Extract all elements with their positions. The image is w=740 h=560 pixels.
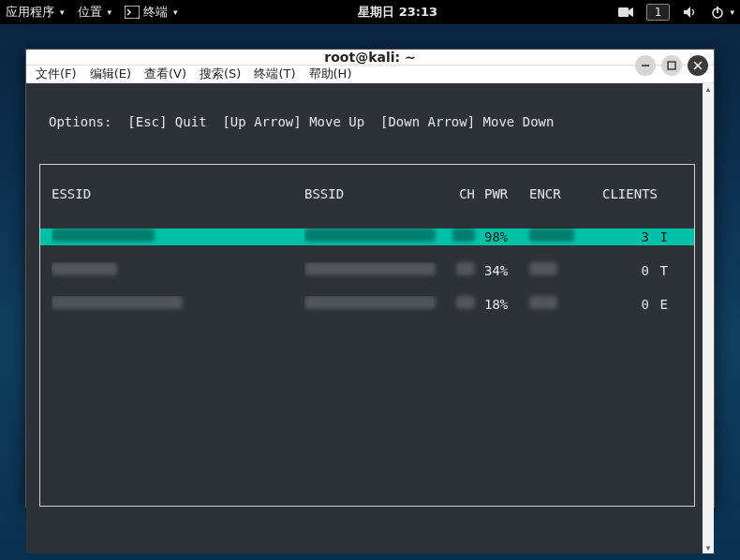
col-header-encr: ENCR [529, 185, 602, 202]
menu-help[interactable]: 帮助(H) [309, 66, 352, 82]
redacted-encr [529, 228, 574, 242]
redacted-bssid [304, 262, 436, 275]
panel-clock-text: 星期日 23:13 [358, 4, 437, 21]
cell-tail: T [655, 262, 668, 279]
window-title: root@kali: ~ [324, 50, 415, 65]
panel-terminal-launcher[interactable]: 终端 ▾ [125, 4, 178, 21]
redacted-ch [456, 262, 475, 275]
panel-applications-menu[interactable]: 应用程序 ▾ [6, 4, 65, 21]
svg-rect-0 [125, 6, 140, 19]
scroll-up-icon[interactable]: ▴ [703, 83, 714, 95]
redacted-encr [529, 296, 557, 309]
panel-places-label: 位置 [78, 4, 102, 21]
minimize-icon [641, 61, 650, 70]
panel-clock[interactable]: 星期日 23:13 [358, 4, 437, 21]
redacted-ch [456, 296, 475, 309]
power-icon [711, 6, 724, 19]
table-header-row: ESSIDBSSIDCHPWRENCRCLIENTS [40, 182, 694, 212]
power-menu[interactable]: ▾ [711, 6, 734, 19]
menu-edit[interactable]: 编辑(E) [90, 66, 131, 82]
network-table: ESSIDBSSIDCHPWRENCRCLIENTS 98%3I 34%0T 1… [39, 164, 695, 507]
col-header-essid: ESSID [52, 185, 304, 202]
chevron-down-icon: ▾ [108, 7, 112, 17]
cell-clients: 0 [602, 296, 655, 313]
table-row[interactable]: 98%3I [40, 228, 694, 245]
cell-pwr: 98% [484, 228, 529, 245]
cell-pwr: 18% [484, 296, 529, 313]
workspace-number: 1 [655, 6, 662, 19]
col-header-pwr: PWR [484, 185, 529, 202]
svg-rect-5 [668, 62, 675, 69]
col-header-ch: CH [445, 185, 484, 202]
chevron-down-icon: ▾ [730, 7, 734, 17]
cell-tail: E [655, 296, 668, 313]
panel-terminal-label: 终端 [143, 4, 168, 21]
terminal-window: root@kali: ~ 文件(F) 编辑(E) 查看(V) 搜索(S) 终端(… [25, 49, 715, 508]
volume-icon[interactable] [683, 6, 698, 19]
window-close-button[interactable] [688, 55, 708, 76]
redacted-bssid [304, 296, 436, 309]
menu-file[interactable]: 文件(F) [36, 66, 77, 82]
redacted-essid [52, 262, 117, 275]
terminal-menubar: 文件(F) 编辑(E) 查看(V) 搜索(S) 终端(T) 帮助(H) [26, 66, 714, 83]
col-header-clients: CLIENTS [602, 185, 655, 202]
menu-terminal[interactable]: 终端(T) [254, 66, 295, 82]
desktop-top-panel: 应用程序 ▾ 位置 ▾ 终端 ▾ 星期日 23:13 1 [0, 0, 740, 24]
cell-clients: 0 [602, 262, 655, 279]
redacted-essid [52, 296, 183, 309]
close-icon [693, 61, 703, 70]
terminal-icon [125, 6, 140, 19]
redacted-ch [452, 228, 475, 242]
cell-tail: I [655, 228, 668, 245]
panel-applications-label: 应用程序 [6, 4, 54, 21]
maximize-icon [667, 61, 676, 70]
panel-places-menu[interactable]: 位置 ▾ [78, 4, 112, 21]
redacted-encr [529, 262, 557, 275]
redacted-bssid [304, 228, 436, 242]
window-maximize-button[interactable] [661, 55, 682, 76]
cell-pwr: 34% [484, 262, 529, 279]
chevron-down-icon: ▾ [60, 7, 65, 17]
cell-clients: 3 [602, 228, 655, 245]
window-minimize-button[interactable] [635, 55, 656, 76]
workspace-indicator[interactable]: 1 [646, 4, 671, 21]
menu-view[interactable]: 查看(V) [144, 66, 186, 82]
col-header-bssid: BSSID [304, 185, 445, 202]
window-titlebar[interactable]: root@kali: ~ [26, 50, 714, 66]
table-row[interactable]: 34%0T [40, 262, 694, 279]
terminal-output[interactable]: Options: [Esc] Quit [Up Arrow] Move Up [… [26, 83, 703, 553]
redacted-essid [52, 228, 155, 242]
terminal-scrollbar[interactable]: ▴ ▾ [703, 83, 714, 553]
svg-rect-1 [618, 7, 629, 17]
options-hint-line: Options: [Esc] Quit [Up Arrow] Move Up [… [49, 113, 695, 130]
table-row[interactable]: 18%0E [40, 296, 694, 313]
menu-search[interactable]: 搜索(S) [200, 66, 241, 82]
recording-indicator-icon[interactable] [618, 7, 633, 18]
scroll-down-icon[interactable]: ▾ [703, 542, 714, 553]
